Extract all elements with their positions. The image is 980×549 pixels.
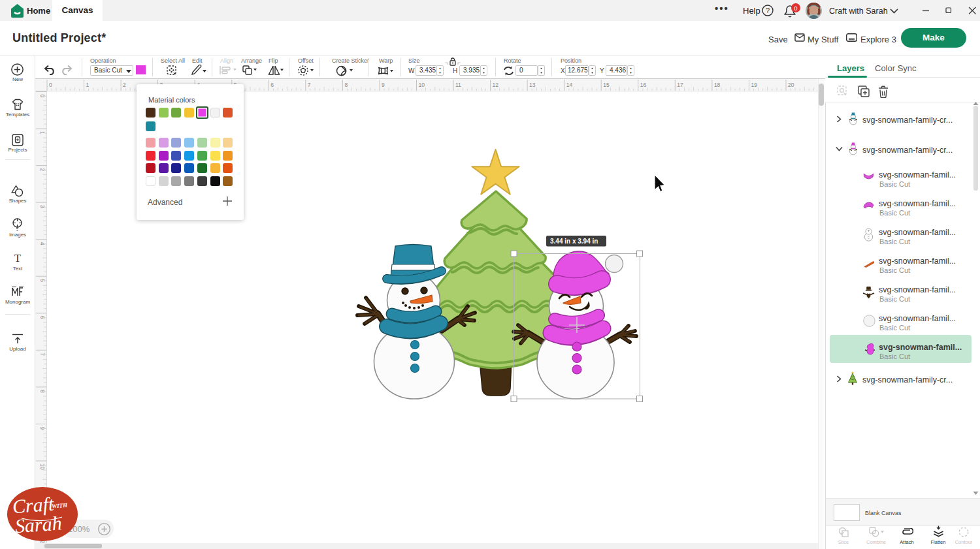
svg-text:3.44 in x 3.94 in: 3.44 in x 3.94 in [550,238,598,245]
svg-text:Sarah: Sarah [14,512,63,537]
svg-text:WITH: WITH [52,502,69,510]
